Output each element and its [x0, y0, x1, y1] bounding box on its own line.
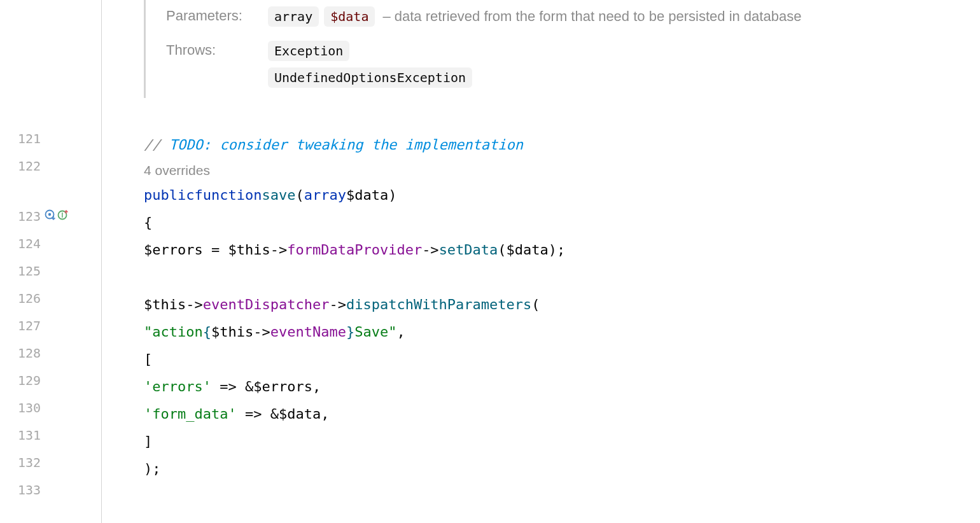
line-number[interactable]: 130 [0, 394, 96, 421]
keyword-function: function [194, 186, 262, 206]
editor-gutter: 121 122 123 I 124 125 126 127 128 [0, 0, 102, 523]
string-literal: Save [354, 323, 388, 342]
line-number[interactable]: 124 [0, 230, 96, 257]
throws-tag[interactable]: Exception [268, 41, 349, 61]
variable: $errors [144, 241, 203, 260]
bracket-close: ] [144, 432, 152, 452]
param-description: – data retrieved from the form that need… [382, 7, 801, 27]
editor-content[interactable]: Parameters: array $data – data retrieved… [102, 0, 980, 523]
variable-ref: $errors [253, 377, 312, 397]
implements-up-icon[interactable]: I [57, 207, 69, 225]
line-number[interactable]: 121 [0, 125, 96, 152]
line-number[interactable]: 126 [0, 284, 96, 312]
property: eventName [270, 323, 346, 342]
override-down-icon[interactable] [45, 207, 56, 225]
svg-text:I: I [62, 212, 64, 219]
code-line[interactable] [107, 104, 980, 132]
line-number[interactable]: 132 [0, 449, 96, 476]
code-line[interactable] [107, 264, 980, 291]
this-ref: $this [228, 241, 270, 260]
code-line[interactable]: 'form_data' => &$data, [107, 401, 980, 428]
brace-open: { [144, 213, 152, 233]
code-line[interactable]: [ [107, 346, 980, 373]
bracket-open: [ [144, 350, 152, 370]
inlay-overrides-hint[interactable]: 4 overrides [107, 159, 980, 182]
argument: $data [507, 241, 549, 260]
comment-prefix: // [144, 136, 169, 155]
method-call: setData [439, 241, 498, 260]
code-line[interactable]: ] [107, 428, 980, 456]
line-number[interactable]: 131 [0, 421, 96, 449]
code-line[interactable]: "action{$this->eventName}Save", [107, 319, 980, 346]
code-line[interactable]: public function save(array $data) [107, 182, 980, 209]
code-line[interactable]: ); [107, 456, 980, 483]
this-ref: $this [211, 323, 253, 342]
code-line[interactable]: // TODO: consider tweaking the implement… [107, 132, 980, 159]
code-line[interactable]: $errors = $this->formDataProvider->setDa… [107, 237, 980, 264]
param-name-tag: $data [324, 6, 375, 27]
todo-comment: TODO: consider tweaking the implementati… [169, 136, 523, 155]
phpdoc-throws-label: Throws: [166, 41, 268, 60]
paren-close: ); [144, 459, 161, 479]
keyword-public: public [144, 186, 194, 206]
property: eventDispatcher [203, 295, 330, 315]
line-number[interactable]: 125 [0, 257, 96, 284]
phpdoc-parameters-label: Parameters: [166, 6, 268, 26]
code-line[interactable]: { [107, 209, 980, 237]
param-type-tag: array [268, 6, 319, 27]
line-number[interactable]: 123 I [0, 202, 96, 230]
line-number[interactable]: 133 [0, 476, 96, 503]
code-line[interactable]: 'errors' => &$errors, [107, 373, 980, 401]
array-key: 'form_data' [144, 405, 237, 424]
line-number[interactable]: 128 [0, 339, 96, 366]
property: formDataProvider [287, 241, 422, 260]
line-number[interactable]: 122 [0, 152, 96, 179]
this-ref: $this [144, 295, 186, 315]
parameter: $data [346, 186, 388, 206]
variable-ref: $data [279, 405, 321, 424]
phpdoc-rendered[interactable]: Parameters: array $data – data retrieved… [144, 0, 980, 98]
method-call: dispatchWithParameters [346, 295, 531, 315]
type-hint: array [304, 186, 346, 206]
phpdoc-throws-row: Throws: Exception UndefinedOptionsExcept… [166, 41, 980, 88]
function-name: save [262, 186, 295, 206]
code-line[interactable]: $this->eventDispatcher->dispatchWithPara… [107, 291, 980, 319]
line-number[interactable]: 127 [0, 312, 96, 339]
phpdoc-parameters-row: Parameters: array $data – data retrieved… [166, 6, 980, 27]
string-literal: action [152, 323, 202, 342]
svg-point-1 [48, 213, 51, 215]
line-number[interactable]: 129 [0, 366, 96, 394]
array-key: 'errors' [144, 377, 211, 397]
throws-tag[interactable]: UndefinedOptionsException [268, 67, 472, 88]
